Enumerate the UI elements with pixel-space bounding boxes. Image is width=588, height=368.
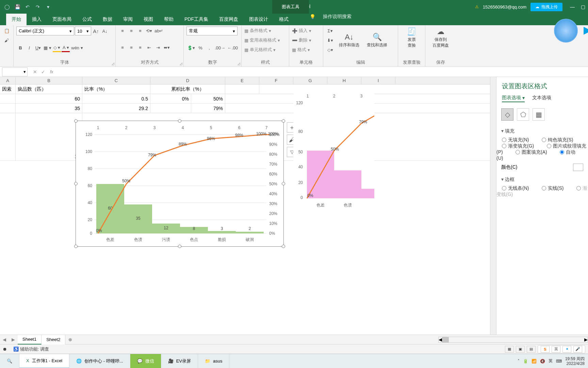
bold-button[interactable]: B	[16, 44, 24, 52]
paste-icon[interactable]: 📋	[3, 27, 11, 35]
accept-formula-icon[interactable]: ✓	[41, 69, 45, 75]
fill-color-button[interactable]: ◇ ▾	[53, 44, 61, 52]
taskbar-ev-recorder[interactable]: 🎥EV录屏	[161, 354, 198, 368]
increase-decimal-icon[interactable]: .00→	[214, 44, 226, 52]
tray-wifi-icon[interactable]: 📶	[532, 359, 537, 364]
tray-expand-icon[interactable]: ˄	[518, 359, 520, 364]
col-header-b[interactable]: B	[16, 77, 82, 84]
increase-font-icon[interactable]: A↑	[92, 27, 100, 35]
cell-styles-button[interactable]: ▦ 单元格样式 ▾	[244, 46, 286, 54]
normal-view-icon[interactable]: ▦	[505, 346, 514, 353]
ime-indicator[interactable]: S英 ✦ 🎤	[538, 345, 585, 353]
assistant-bubble[interactable]	[554, 19, 578, 43]
decrease-font-icon[interactable]: A↓	[101, 27, 109, 35]
resize-handle[interactable]	[282, 182, 285, 185]
fill-line-tab-icon[interactable]: ◇	[501, 108, 513, 121]
taskbar-clock[interactable]: 19:59 周四 2022/4/28	[565, 356, 585, 366]
align-center-icon[interactable]: ≡	[127, 44, 135, 52]
tab-page-layout[interactable]: 页面布局	[47, 14, 77, 25]
chart-options-tab[interactable]: 图表选项 ▾	[502, 95, 525, 102]
cell[interactable]: 0.5	[82, 94, 150, 103]
chart-pareto-preview[interactable]: 1 2 3 12080 5040 200 0% 50%	[293, 89, 374, 215]
resize-handle[interactable]	[178, 119, 181, 123]
save-icon[interactable]: 💾	[13, 2, 22, 11]
font-name-combo[interactable]: Calibri (正文)▾	[16, 27, 74, 35]
autosave-toggle[interactable]: ◯	[3, 2, 12, 11]
fill-color-property[interactable]: 颜色(C)	[496, 161, 588, 174]
format-painter-icon[interactable]: 🖌	[3, 36, 11, 44]
chart-pareto-main[interactable]: ＋ 🖌 ▽ 0 20 40 60 80	[76, 121, 284, 247]
clear-icon[interactable]: ◇▾	[326, 46, 334, 54]
tab-review[interactable]: 审阅	[118, 14, 138, 25]
currency-icon[interactable]: 💲▾	[186, 44, 196, 52]
color-swatch[interactable]	[573, 164, 583, 171]
text-options-tab[interactable]: 文本选项	[532, 95, 551, 102]
vertical-scrollbar[interactable]	[490, 77, 496, 335]
cell[interactable]: 50%	[191, 94, 225, 103]
resize-handle[interactable]	[178, 245, 181, 248]
tray-battery-icon[interactable]: 🔋	[523, 359, 528, 364]
play-icon[interactable]: ▶	[584, 24, 588, 36]
tab-formulas[interactable]: 公式	[77, 14, 97, 25]
autosum-icon[interactable]: Σ▾	[326, 27, 334, 35]
col-header-g[interactable]: G	[293, 77, 327, 84]
comma-icon[interactable]: ,	[205, 44, 213, 52]
page-break-view-icon[interactable]: ▤	[527, 346, 536, 353]
cancel-formula-icon[interactable]: ✕	[33, 69, 37, 75]
decrease-decimal-icon[interactable]: ←.00	[227, 44, 239, 52]
fill-icon[interactable]: ⬇▾	[326, 36, 334, 44]
cell[interactable]: 35	[16, 104, 82, 113]
taskbar-search[interactable]: 🔍	[0, 354, 19, 368]
tab-format[interactable]: 格式	[274, 14, 294, 25]
effects-tab-icon[interactable]: ⬠	[517, 108, 529, 121]
cell[interactable]: 12	[16, 113, 82, 160]
resize-handle[interactable]	[74, 182, 78, 185]
italic-button[interactable]: I	[25, 44, 33, 52]
border-solid-radio[interactable]: 实线(S)	[536, 184, 570, 193]
cell[interactable]: 0%	[150, 94, 191, 103]
col-header-i[interactable]: I	[361, 77, 395, 84]
size-properties-tab-icon[interactable]: ▦	[533, 108, 545, 121]
save-to-baidu-button[interactable]: ☁保存到 百度网盘	[428, 27, 453, 49]
underline-button[interactable]: U ▾	[34, 44, 42, 52]
record-macro-icon[interactable]: ⏺	[3, 347, 7, 352]
indent-right-icon[interactable]: ⇥	[154, 44, 162, 52]
indent-left-icon[interactable]: ⇤	[145, 44, 153, 52]
cell[interactable]	[225, 85, 259, 94]
invoice-check-button[interactable]: 🧾发票 查验	[401, 27, 422, 49]
font-color-button[interactable]: A ▾	[62, 44, 70, 52]
cell[interactable]: 疵品数（匹）	[16, 85, 82, 94]
undo-icon[interactable]: ↶	[23, 2, 32, 11]
cell[interactable]: 因素	[0, 85, 16, 94]
name-box[interactable]: ▾	[2, 67, 28, 76]
user-account[interactable]: 1526560963@qq.com	[483, 4, 526, 10]
tray-keyboard-icon[interactable]: ⌨	[556, 359, 562, 364]
phonetic-button[interactable]: wén ▾	[70, 44, 83, 52]
resize-handle[interactable]	[74, 245, 78, 248]
sort-filter-button[interactable]: A↓排序和筛选	[336, 27, 362, 54]
taskbar-wechat[interactable]: 💬微信	[130, 354, 161, 368]
taskbar-folder-asus[interactable]: 📁asus	[198, 354, 229, 368]
tab-help[interactable]: 帮助	[159, 14, 179, 25]
col-header-d[interactable]: D	[150, 77, 225, 84]
cell[interactable]: 60	[16, 94, 82, 103]
align-left-icon[interactable]: ≡	[118, 44, 127, 52]
format-as-table-button[interactable]: ▦ 套用表格格式 ▾	[244, 36, 286, 44]
conditional-formatting-button[interactable]: ▦ 条件格式 ▾	[244, 27, 286, 35]
sheet-nav-next[interactable]: ▶	[9, 337, 18, 342]
align-middle-icon[interactable]: ≡	[127, 27, 135, 35]
tab-chart-design[interactable]: 图表设计	[244, 14, 274, 25]
tab-pdf-tools[interactable]: PDF工具集	[179, 14, 214, 25]
sheet-tab-2[interactable]: Sheet2	[42, 335, 65, 344]
horizontal-scrollbar[interactable]: ◀▶	[438, 337, 588, 343]
align-bottom-icon[interactable]: ≡	[136, 27, 144, 35]
tray-volume-icon[interactable]: 🔇	[540, 359, 545, 364]
resize-handle[interactable]	[282, 119, 285, 123]
dialog-launcher-icon[interactable]: ◿	[180, 62, 182, 65]
insert-cells-button[interactable]: ➕ 插入 ▾	[292, 27, 320, 35]
cell[interactable]: 比率（%）	[82, 85, 150, 94]
number-format-combo[interactable]: 常规▾	[186, 27, 238, 35]
tab-start[interactable]: 开始	[6, 14, 27, 25]
taskbar-excel[interactable]: X工作簿1 - Excel	[19, 354, 69, 368]
fill-pattern-radio[interactable]: 图案填充(A)	[510, 148, 553, 156]
